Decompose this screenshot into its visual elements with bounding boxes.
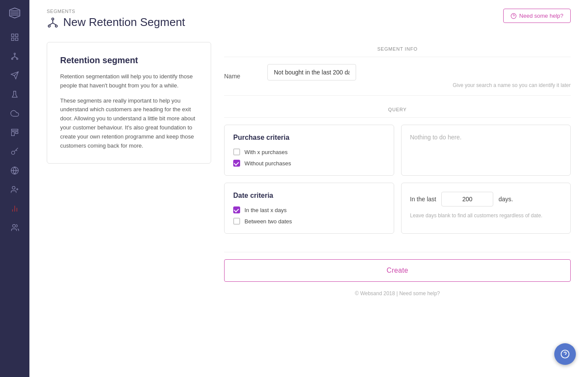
svg-line-29 — [53, 23, 56, 25]
sidebar-item-globe[interactable] — [7, 163, 22, 178]
footer: © Websand 2018 | Need some help? — [224, 282, 571, 301]
sidebar-item-cloud[interactable] — [7, 106, 22, 121]
date-criteria-box: Date criteria In the last x days Between… — [224, 183, 394, 234]
right-panel: SEGMENT INFO Name Give your search a nam… — [224, 42, 571, 364]
sidebar-item-campaigns[interactable] — [7, 68, 22, 83]
svg-rect-0 — [12, 34, 14, 37]
svg-rect-3 — [16, 38, 18, 41]
checkbox-between-dates: Between two dates — [233, 218, 385, 225]
svg-point-15 — [12, 151, 15, 155]
header: SEGMENTS New Retention Segment Need some… — [29, 0, 588, 33]
svg-point-24 — [52, 18, 54, 20]
date-criteria-title: Date criteria — [233, 192, 385, 200]
sidebar-item-segments[interactable] — [7, 48, 22, 64]
info-card: Retention segment Retention segmentation… — [47, 42, 211, 164]
sidebar-item-dashboard[interactable] — [7, 29, 22, 45]
query-section: QUERY Purchase criteria With x purchases… — [224, 100, 571, 241]
in-last-row: In the last days. — [410, 192, 562, 206]
svg-point-6 — [16, 58, 18, 59]
info-card-para2: These segments are really important to h… — [60, 97, 198, 151]
left-panel: Retention segment Retention segmentation… — [47, 42, 211, 364]
info-card-para1: Retention segmentation will help you to … — [60, 72, 198, 90]
segments-icon — [47, 16, 59, 29]
sidebar-item-reports[interactable] — [7, 201, 22, 216]
svg-line-9 — [15, 57, 17, 58]
svg-line-28 — [49, 23, 53, 25]
create-section: Create — [224, 245, 571, 282]
checkbox-in-last-x-days: In the last x days — [233, 206, 385, 213]
nothing-to-do-box: Nothing to do here. — [401, 125, 571, 176]
main-content: SEGMENTS New Retention Segment Need some… — [29, 0, 588, 377]
sidebar-item-team[interactable] — [7, 220, 22, 235]
checkbox-with-purchases: With x purchases — [233, 148, 385, 155]
svg-point-23 — [13, 225, 16, 228]
sidebar-item-contacts[interactable] — [7, 182, 22, 197]
svg-rect-1 — [16, 34, 18, 37]
date-hint: Leave days blank to find all customers r… — [410, 213, 562, 219]
page-title: New Retention Segment — [47, 16, 185, 29]
checkbox-between-dates-input[interactable] — [233, 218, 240, 225]
svg-rect-12 — [12, 129, 18, 131]
name-row: Name Give your search a name so you can … — [224, 57, 571, 96]
help-icon — [511, 13, 517, 19]
date-right-box: In the last days. Leave days blank to fi… — [401, 183, 571, 234]
svg-point-25 — [48, 25, 51, 27]
info-card-title: Retention segment — [60, 55, 198, 65]
content-area: Retention segment Retention segmentation… — [29, 33, 588, 377]
svg-line-8 — [12, 57, 15, 58]
date-criteria-row: Date criteria In the last x days Between… — [224, 183, 571, 234]
sidebar-item-templates[interactable] — [7, 125, 22, 140]
name-input[interactable] — [267, 64, 356, 81]
svg-point-5 — [12, 58, 13, 59]
float-help-button[interactable] — [554, 343, 576, 365]
svg-rect-2 — [12, 38, 14, 41]
query-label: QUERY — [224, 100, 571, 117]
purchase-criteria-box: Purchase criteria With x purchases Witho… — [224, 125, 394, 176]
purchase-criteria-title: Purchase criteria — [233, 134, 385, 142]
sidebar-item-experiments[interactable] — [7, 87, 22, 102]
help-button[interactable]: Need some help? — [503, 9, 571, 23]
days-input[interactable] — [441, 192, 493, 206]
purchase-criteria-row: Purchase criteria With x purchases Witho… — [224, 125, 571, 176]
checkbox-in-last-x-days-input[interactable] — [233, 206, 240, 213]
checkbox-without-purchases-input[interactable] — [233, 160, 240, 167]
float-help-icon — [560, 349, 570, 359]
svg-point-17 — [12, 187, 15, 190]
checkbox-without-purchases: Without purchases — [233, 160, 385, 167]
svg-point-26 — [55, 25, 58, 27]
svg-rect-14 — [16, 132, 18, 133]
sidebar — [0, 0, 29, 377]
svg-rect-13 — [12, 132, 15, 135]
divider-query — [224, 117, 571, 118]
create-button[interactable]: Create — [224, 259, 571, 282]
divider-create — [224, 252, 571, 252]
name-label: Name — [224, 73, 259, 80]
breadcrumb: SEGMENTS — [47, 9, 185, 14]
segment-info-label: SEGMENT INFO — [224, 42, 571, 57]
sidebar-logo[interactable] — [6, 4, 23, 22]
svg-point-4 — [14, 53, 15, 55]
checkbox-with-purchases-input[interactable] — [233, 148, 240, 155]
sidebar-item-key[interactable] — [7, 144, 22, 159]
name-hint: Give your search a name so you can ident… — [267, 82, 571, 88]
